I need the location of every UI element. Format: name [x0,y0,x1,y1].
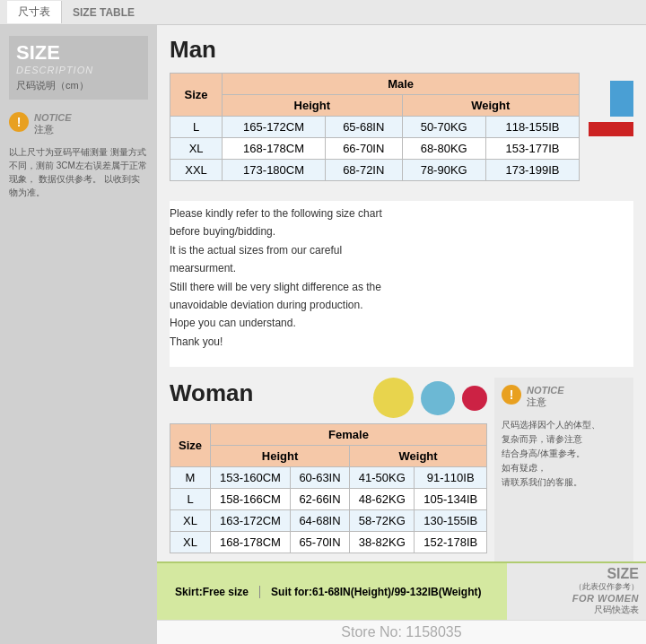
table-row: 64-68IN [290,510,349,532]
red-block [589,122,633,136]
man-color-decorations [589,81,633,136]
woman-notice-label: NOTICE [527,385,564,396]
man-table-area: Man Size Male Height Weight [170,36,580,192]
table-row: 168-178CM [211,532,291,553]
table-row: 65-68IN [326,117,403,138]
woman-col-height: Height [211,446,350,467]
notice-label-text: NOTICE [34,112,72,123]
table-row: 62-66IN [290,489,349,510]
woman-right-sidebar: ! NOTICE 注意 尺码选择因个人的体型、 复杂而异，请参注意 结合身高/体… [494,378,633,561]
circle-blue [421,381,455,415]
man-col-height: Height [223,95,402,117]
table-row: 50-70KG [402,117,485,138]
size-for-women-chinese: 尺码快选表 [514,604,639,616]
table-row: 68-80KG [402,138,485,160]
table-row: L [170,489,211,510]
table-row: 58-72KG [350,510,415,532]
tab-chinese[interactable]: 尺寸表 [7,1,62,23]
table-row: 118-155IB [485,117,579,138]
blue-block [610,81,633,117]
man-note: Please kindly refer to the following siz… [170,201,633,367]
notice-box: ! NOTICE 注意 [9,112,148,136]
page-wrapper: 尺寸表 SIZE TABLE SIZE DESCRIPTION 尺码说明（cm）… [0,0,646,644]
table-row: 65-70IN [290,532,349,553]
table-row: 66-70IN [326,138,403,160]
woman-size-table: Size Female Height Weight M 153-160CM [170,423,487,553]
table-row: XL [170,138,223,160]
woman-notice-icon: ! [502,385,521,405]
top-bar: 尺寸表 SIZE TABLE [0,0,646,25]
table-row: 105-134IB [415,489,487,510]
table-row: XXL [170,160,223,181]
content-wrapper: SIZE DESCRIPTION 尺码说明（cm） ! NOTICE 注意 以上… [0,25,646,644]
size-desc-title: SIZE [16,43,141,63]
woman-sidebar-note: 尺码选择因个人的体型、 复杂而异，请参注意 结合身高/体重参考。 如有疑虑， 请… [502,418,626,490]
circle-red [462,386,487,411]
right-main: Man Size Male Height Weight [157,25,646,644]
man-size-table: Size Male Height Weight L 165-172CM 65 [170,73,580,181]
sidebar: SIZE DESCRIPTION 尺码说明（cm） ! NOTICE 注意 以上… [0,25,157,644]
size-desc-chinese: 尺码说明（cm） [16,79,141,92]
circle-yellow [373,378,414,418]
bottom-suit: Suit for:61-68IN(Height)/99-132IB(Weight… [260,586,492,598]
table-row: 173-199IB [485,160,579,181]
notice-icon: ! [9,112,29,132]
bottom-skirt: Skirt:Free size [164,586,260,598]
size-for-women-sub: （此表仅作参考） [514,581,639,593]
woman-col-group: Female [211,424,487,446]
woman-title: Woman [170,379,253,407]
store-number: Store No: 1158035 [157,620,646,644]
size-for-women-box: SIZE （此表仅作参考） FOR WOMEN 尺码快选表 [507,563,646,620]
size-desc-box: SIZE DESCRIPTION 尺码说明（cm） [9,36,148,100]
table-row: 78-90KG [402,160,485,181]
table-row: M [170,467,211,489]
table-row: 163-172CM [211,510,291,532]
woman-section: Woman Size [170,378,633,561]
table-row: 48-62KG [350,489,415,510]
table-row: 173-180CM [223,160,326,181]
woman-col-weight: Weight [350,446,487,467]
size-for-women-title2: FOR WOMEN [514,593,639,604]
table-row: 68-72IN [326,160,403,181]
circles [373,378,487,418]
woman-col-size: Size [170,424,211,467]
man-section: Man Size Male Height Weight [170,36,633,192]
man-col-group: Male [223,74,580,95]
bottom-bar-left: Skirt:Free size Suit for:61-68IN(Height)… [157,586,507,598]
table-row: 158-166CM [211,489,291,510]
table-row: 41-50KG [350,467,415,489]
table-row: 168-178CM [223,138,326,160]
tab-size-table[interactable]: SIZE TABLE [62,3,145,22]
notice-chinese: 注意 [34,123,72,136]
woman-table-area: Woman Size [170,378,487,561]
woman-notice-chinese: 注意 [527,396,564,409]
table-row: XL [170,532,211,553]
table-row: 130-155IB [415,510,487,532]
bottom-bar: Skirt:Free size Suit for:61-68IN(Height)… [157,561,646,620]
table-row: 153-177IB [485,138,579,160]
table-row: 38-82KG [350,532,415,553]
table-row: 153-160CM [211,467,291,489]
table-row: XL [170,510,211,532]
size-for-women-title: SIZE [514,567,639,581]
inner-content: Man Size Male Height Weight [157,25,646,561]
table-row: 165-172CM [223,117,326,138]
man-col-size: Size [170,74,223,117]
man-note-text: Please kindly refer to the following siz… [170,205,633,351]
man-title: Man [170,36,580,64]
woman-notice-box: ! NOTICE 注意 [502,385,626,409]
man-col-weight: Weight [402,95,579,117]
woman-header-row: Woman [170,378,487,418]
table-row: 152-178IB [415,532,487,553]
table-row: L [170,117,223,138]
table-row: 91-110IB [415,467,487,489]
size-desc-subtitle: DESCRIPTION [16,65,141,75]
sidebar-note: 以上尺寸为亚码平铺测量 测量方式不同，测前 3CM左右误差属于正常现象， 数据仅… [9,145,148,199]
table-row: 60-63IN [290,467,349,489]
